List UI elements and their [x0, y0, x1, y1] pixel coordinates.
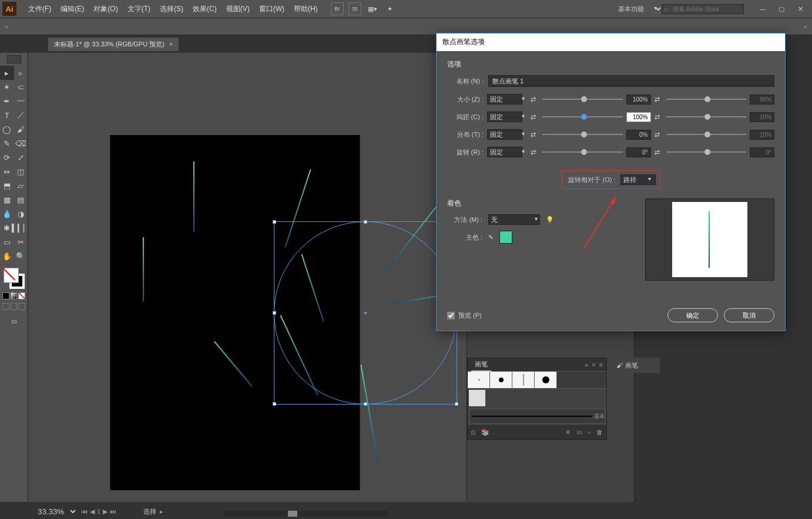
shaper-tool[interactable]: ✎	[0, 136, 14, 150]
bridge-icon[interactable]: Br	[331, 2, 344, 15]
spacing-value-2[interactable]: 10%	[750, 112, 774, 122]
menu-file[interactable]: 文件(F)	[24, 4, 56, 14]
brushes-tab[interactable]: 画笔	[471, 358, 491, 372]
page-number[interactable]: 1	[97, 508, 100, 515]
rotation-value-2[interactable]: 0°	[750, 147, 774, 157]
artboard-navigator[interactable]: ⏮ ◀ 1 ▶ ⏭	[81, 508, 116, 515]
eyedropper-tool[interactable]: 💧	[0, 207, 14, 221]
menu-select[interactable]: 选择(S)	[155, 4, 188, 14]
brushes-panel[interactable]: 画笔 « × ≡ 基本 ⎙ 📚 ✕	[467, 358, 607, 440]
size-mode-select[interactable]: 固定	[487, 94, 522, 105]
status-dropdown-icon[interactable]: ▸	[160, 508, 163, 515]
remove-stroke-icon[interactable]: ✕	[565, 429, 571, 436]
spacing-slider[interactable]	[542, 116, 623, 117]
screen-mode-button[interactable]: ▭	[7, 316, 21, 326]
ok-button[interactable]: 确定	[667, 308, 718, 322]
spacing-mode-select[interactable]: 固定	[487, 112, 522, 122]
rotation-value[interactable]: 0°	[626, 147, 651, 157]
size-slider[interactable]	[542, 99, 623, 100]
menu-edit[interactable]: 编辑(E)	[56, 4, 89, 14]
size-value-2[interactable]: 98%	[750, 95, 774, 105]
scatter-slider[interactable]	[542, 134, 623, 135]
menu-object[interactable]: 对象(O)	[89, 4, 122, 14]
pen-tool[interactable]: ✒	[0, 94, 14, 108]
cancel-button[interactable]: 取消	[724, 308, 774, 322]
link-icon[interactable]: ⇄	[531, 149, 539, 156]
rotation-mode-select[interactable]: 固定	[487, 147, 522, 157]
type-tool[interactable]: T	[0, 108, 14, 122]
scatter-slider-2[interactable]	[666, 134, 747, 135]
next-page-icon[interactable]: ▶	[103, 508, 108, 515]
delete-brush-icon[interactable]: 🗑	[596, 429, 603, 436]
scale-tool[interactable]: ⤢	[14, 150, 28, 164]
prev-page-icon[interactable]: ◀	[90, 508, 95, 515]
basic-brush-row[interactable]: 基本	[469, 409, 605, 424]
spacing-slider-2[interactable]	[666, 116, 747, 117]
selection-tool[interactable]: ▸	[0, 66, 14, 80]
brushes-collapsed-tab[interactable]: 🖌 画笔	[613, 358, 660, 373]
panel-menu-icon[interactable]: ≡	[599, 361, 603, 368]
search-stock-input[interactable]	[662, 4, 744, 14]
brush-swatch[interactable]	[490, 372, 512, 388]
method-select[interactable]: 无	[488, 214, 540, 225]
toolbox-grip[interactable]	[7, 55, 21, 63]
libraries-icon[interactable]: ⎙	[471, 429, 475, 436]
shape-builder-tool[interactable]: ⬒	[0, 178, 14, 193]
link-icon[interactable]: ⇄	[655, 96, 663, 103]
brush-swatch[interactable]	[512, 372, 535, 388]
minimize-button[interactable]: —	[753, 3, 772, 15]
panel-expand-icon[interactable]: «	[799, 23, 812, 30]
mesh-tool[interactable]: ▦	[0, 193, 14, 207]
line-tool[interactable]: ／	[14, 108, 28, 122]
direct-selection-tool[interactable]: ▹	[14, 66, 28, 80]
menu-effect[interactable]: 效果(C)	[188, 4, 222, 14]
width-tool[interactable]: ⇔	[0, 164, 14, 178]
stock-icon[interactable]: St	[348, 2, 361, 15]
blend-tool[interactable]: ◑	[14, 207, 28, 221]
paintbrush-tool[interactable]: 🖌	[14, 122, 28, 136]
zoom-tool[interactable]: 🔍	[14, 249, 28, 263]
magic-wand-tool[interactable]: ✶	[0, 80, 14, 94]
canvas-area[interactable]	[28, 53, 467, 502]
menu-help[interactable]: 帮助(H)	[289, 4, 323, 14]
link-icon[interactable]: ⇄	[655, 131, 663, 139]
preview-checkbox[interactable]: 预览 (P)	[447, 311, 482, 320]
color-mode-row[interactable]	[0, 291, 28, 301]
eraser-tool[interactable]: ⌫	[14, 136, 28, 150]
ellipse-tool[interactable]: ◯	[0, 122, 14, 136]
arrange-docs-icon[interactable]: ▦▾	[366, 2, 379, 15]
last-page-icon[interactable]: ⏭	[110, 508, 116, 515]
control-expand-icon[interactable]: «	[0, 23, 13, 30]
close-button[interactable]: ✕	[791, 3, 810, 15]
brush-preview-swatch[interactable]	[469, 390, 485, 406]
close-tab-icon[interactable]: ×	[169, 41, 173, 48]
link-icon[interactable]: ⇄	[531, 96, 539, 103]
gpu-icon[interactable]: ✦	[384, 2, 397, 15]
menu-type[interactable]: 文字(T)	[123, 4, 155, 14]
menu-view[interactable]: 视图(V)	[222, 4, 254, 14]
name-input[interactable]	[488, 75, 774, 87]
column-graph-tool[interactable]: ▍▎▏	[14, 221, 28, 235]
free-transform-tool[interactable]: ◫	[14, 164, 28, 178]
panel-close-icon[interactable]: ×	[592, 361, 595, 368]
key-color-swatch[interactable]	[499, 231, 512, 244]
lasso-tool[interactable]: ⊂	[14, 80, 28, 94]
curvature-tool[interactable]: 〰	[14, 94, 28, 108]
workspace-select[interactable]: 基本功能	[611, 4, 663, 14]
artboard-tool[interactable]: ▭	[0, 235, 14, 249]
size-slider-2[interactable]	[666, 99, 747, 100]
gradient-tool[interactable]: ▤	[14, 193, 28, 207]
eyedropper-icon[interactable]: ✎	[488, 234, 494, 241]
rotation-slider-2[interactable]	[666, 151, 747, 153]
horizontal-scrollbar[interactable]	[223, 511, 388, 517]
link-icon[interactable]: ⇄	[531, 131, 539, 139]
brush-swatch[interactable]	[468, 372, 490, 388]
link-icon[interactable]: ⇄	[655, 113, 663, 121]
fill-stroke-swatch[interactable]	[4, 268, 25, 289]
scatter-value-2[interactable]: 10%	[750, 130, 774, 140]
link-icon[interactable]: ⇄	[531, 113, 539, 121]
panel-collapse-icon[interactable]: «	[585, 361, 588, 368]
rotation-relative-select[interactable]: 路径	[620, 174, 656, 185]
rotation-slider[interactable]	[542, 151, 623, 153]
link-icon[interactable]: ⇄	[655, 149, 663, 156]
